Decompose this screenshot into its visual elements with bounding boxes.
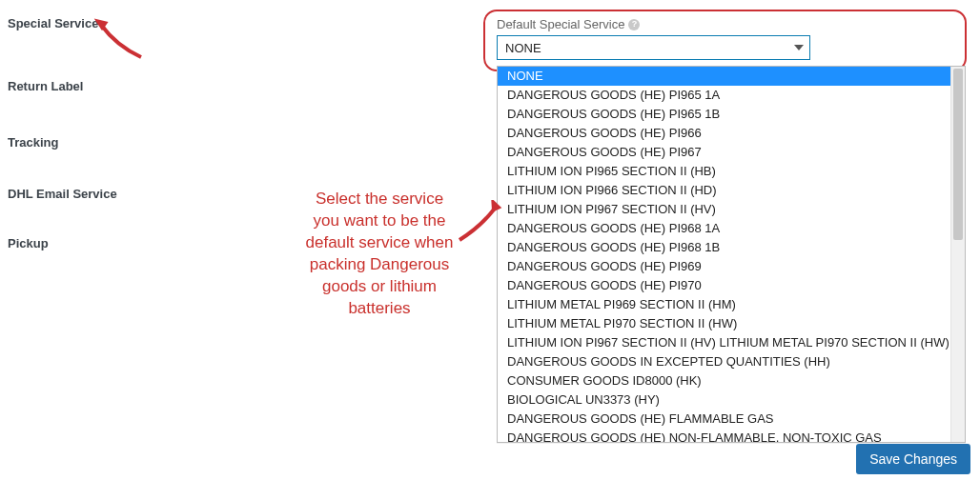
option[interactable]: LITHIUM ION PI967 SECTION II (HV) xyxy=(498,200,950,219)
option[interactable]: BIOLOGICAL UN3373 (HY) xyxy=(498,390,950,410)
option[interactable]: DANGEROUS GOODS (HE) PI970 xyxy=(498,276,950,295)
option[interactable]: DANGEROUS GOODS (HE) PI969 xyxy=(498,257,950,276)
option-none[interactable]: NONE xyxy=(498,67,950,86)
option[interactable]: DANGEROUS GOODS (HE) FLAMMABLE GAS xyxy=(498,410,950,429)
annotation-line: goods or lithium xyxy=(279,276,480,298)
annotation-line: packing Dangerous xyxy=(279,254,480,276)
section-tracking[interactable]: Tracking xyxy=(8,135,160,151)
section-special-service[interactable]: Special Service xyxy=(8,16,160,32)
chevron-down-icon xyxy=(794,45,804,50)
annotation-callout: Select the service you want to be the de… xyxy=(279,189,480,320)
annotation-line: batteries xyxy=(279,298,480,320)
option[interactable]: DANGEROUS GOODS (HE) PI965 1B xyxy=(498,105,950,124)
field-highlight: Default Special Service ? NONE xyxy=(483,10,967,71)
option[interactable]: LITHIUM METAL PI970 SECTION II (HW) xyxy=(498,314,950,333)
dropdown-scrollbar[interactable] xyxy=(950,67,965,442)
option[interactable]: CONSUMER GOODS ID8000 (HK) xyxy=(498,371,950,390)
option[interactable]: DANGEROUS GOODS (HE) PI968 1A xyxy=(498,219,950,238)
scrollbar-thumb[interactable] xyxy=(953,69,963,240)
field-label-text: Default Special Service xyxy=(497,17,624,31)
default-special-service-label: Default Special Service ? xyxy=(497,17,953,31)
option[interactable]: DANGEROUS GOODS (HE) PI965 1A xyxy=(498,86,950,105)
default-special-service-select[interactable]: NONE xyxy=(497,35,810,60)
option[interactable]: DANGEROUS GOODS (HE) NON-FLAMMABLE, NON-… xyxy=(498,429,950,442)
save-changes-button[interactable]: Save Changes xyxy=(856,444,970,474)
help-icon[interactable]: ? xyxy=(628,19,640,30)
option[interactable]: DANGEROUS GOODS (HE) PI966 xyxy=(498,124,950,143)
default-special-service-dropdown[interactable]: NONE DANGEROUS GOODS (HE) PI965 1A DANGE… xyxy=(497,66,966,443)
section-pickup[interactable]: Pickup xyxy=(8,236,160,252)
section-dhl-email-service[interactable]: DHL Email Service xyxy=(8,187,160,203)
section-return-label[interactable]: Return Label xyxy=(8,79,160,95)
option[interactable]: DANGEROUS GOODS (HE) PI967 xyxy=(498,143,950,162)
settings-sections: Special Service Return Label Tracking DH… xyxy=(8,16,160,251)
select-value: NONE xyxy=(505,41,541,55)
default-special-service-field: Default Special Service ? NONE xyxy=(483,10,967,71)
option[interactable]: LITHIUM ION PI967 SECTION II (HV) LITHIU… xyxy=(498,333,950,352)
option[interactable]: DANGEROUS GOODS IN EXCEPTED QUANTITIES (… xyxy=(498,352,950,371)
option[interactable]: DANGEROUS GOODS (HE) PI968 1B xyxy=(498,238,950,257)
option[interactable]: LITHIUM ION PI966 SECTION II (HD) xyxy=(498,181,950,200)
annotation-line: you want to be the xyxy=(279,210,480,232)
dropdown-options: NONE DANGEROUS GOODS (HE) PI965 1A DANGE… xyxy=(498,67,950,442)
annotation-line: default service when xyxy=(279,232,480,254)
option[interactable]: LITHIUM ION PI965 SECTION II (HB) xyxy=(498,162,950,181)
option[interactable]: LITHIUM METAL PI969 SECTION II (HM) xyxy=(498,295,950,314)
annotation-line: Select the service xyxy=(279,189,480,210)
